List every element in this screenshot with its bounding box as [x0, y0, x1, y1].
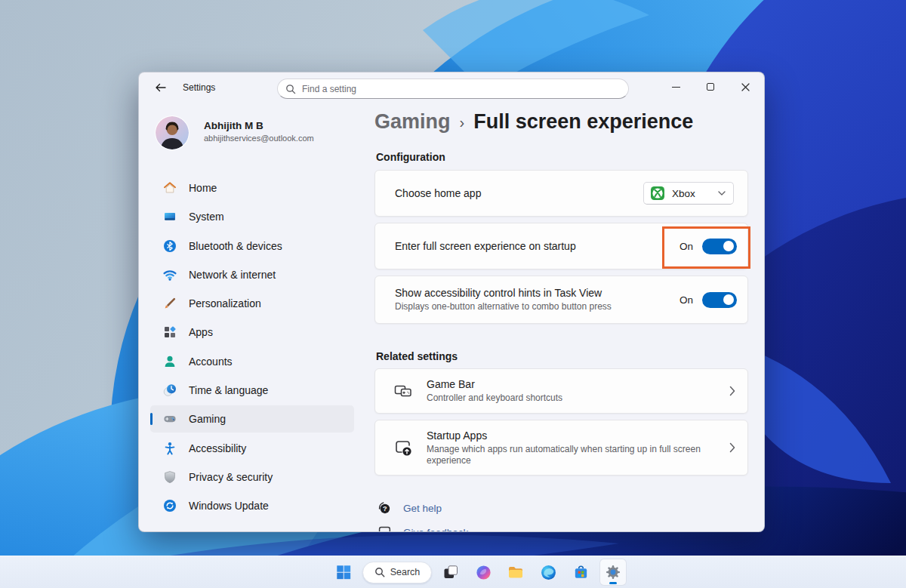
windows-update-icon	[162, 498, 177, 513]
related-item-game-bar[interactable]: Game Bar Controller and keyboard shortcu…	[374, 368, 748, 414]
section-title-configuration: Configuration	[376, 151, 445, 163]
task-view-button[interactable]	[437, 559, 464, 586]
settings-window: Settings	[138, 72, 765, 532]
user-email: abhijithservices@outlook.com	[204, 134, 314, 143]
chevron-right-icon	[729, 442, 735, 453]
xbox-icon	[650, 186, 665, 201]
privacy-icon	[162, 469, 177, 485]
sidebar-item-label: Network & internet	[189, 269, 276, 281]
apps-icon	[162, 325, 177, 340]
window-title: Settings	[183, 82, 215, 93]
related-item-startup-apps[interactable]: Startup Apps Manage which apps run autom…	[374, 420, 748, 476]
give-feedback-label: Give feedback	[403, 527, 468, 533]
sidebar-item-time-language[interactable]: Time & language	[150, 377, 354, 404]
back-button[interactable]	[149, 78, 172, 97]
windows-logo-icon	[335, 564, 352, 580]
setting-label: Choose home app	[395, 187, 481, 199]
main-content: Gaming › Full screen experience Configur…	[374, 72, 748, 532]
sidebar-item-label: Time & language	[189, 384, 268, 396]
setting-description: Displays one-button alternative to combo…	[395, 301, 612, 312]
toggle-state-label: On	[680, 241, 693, 252]
search-icon	[285, 84, 296, 94]
accessibility-hints-toggle[interactable]	[702, 292, 737, 308]
sidebar-item-bluetooth-devices[interactable]: Bluetooth & devices	[150, 232, 354, 260]
sidebar-item-label: Accessibility	[189, 442, 246, 454]
sidebar-item-home[interactable]: Home	[150, 174, 354, 202]
sidebar-item-label: Personalization	[189, 297, 261, 309]
taskbar-search-label: Search	[390, 567, 421, 577]
sidebar-item-accessibility[interactable]: Accessibility	[150, 435, 354, 462]
sidebar-item-apps[interactable]: Apps	[150, 319, 354, 346]
get-help-link[interactable]: ? Get help	[376, 500, 442, 516]
sidebar-item-label: Windows Update	[189, 500, 269, 512]
sidebar-item-label: Home	[189, 182, 217, 194]
sidebar-item-label: Bluetooth & devices	[189, 240, 282, 252]
startup-apps-icon	[393, 438, 413, 457]
toggle-knob	[723, 241, 734, 251]
task-view-icon	[442, 563, 460, 581]
time-language-icon	[162, 383, 177, 398]
gaming-icon	[162, 411, 177, 426]
taskbar: Search	[0, 556, 906, 588]
sidebar-item-gaming[interactable]: Gaming	[150, 405, 354, 433]
get-help-label: Get help	[403, 503, 442, 514]
sidebar-nav: Home System Bluetooth & devices	[150, 174, 354, 522]
breadcrumb-parent[interactable]: Gaming	[374, 110, 451, 134]
svg-text:?: ?	[383, 505, 387, 513]
related-item-description: Manage which apps run automatically when…	[427, 444, 706, 466]
sidebar-item-label: Privacy & security	[189, 471, 273, 483]
copilot-icon	[475, 564, 492, 581]
user-name: Abhijith M B	[204, 120, 263, 131]
chevron-down-icon	[718, 191, 726, 195]
page-title: Full screen experience	[473, 110, 693, 134]
section-title-related: Related settings	[376, 350, 458, 362]
edge-button[interactable]	[535, 559, 562, 586]
chevron-right-icon	[729, 386, 735, 396]
microsoft-store-icon	[572, 564, 590, 581]
arrow-left-icon	[155, 82, 167, 93]
sidebar-item-label: System	[189, 211, 224, 223]
related-item-title: Startup Apps	[427, 429, 706, 442]
file-explorer-button[interactable]	[502, 559, 529, 586]
copilot-button[interactable]	[470, 559, 497, 586]
sidebar-item-privacy-security[interactable]: Privacy & security	[150, 463, 354, 491]
home-app-value: Xbox	[672, 188, 711, 199]
home-icon	[162, 180, 177, 195]
sidebar-item-windows-update[interactable]: Windows Update	[150, 492, 354, 519]
microsoft-store-button[interactable]	[567, 559, 594, 586]
game-bar-icon	[393, 381, 413, 401]
breadcrumb: Gaming › Full screen experience	[374, 110, 693, 134]
file-explorer-icon	[507, 563, 525, 581]
home-app-dropdown[interactable]: Xbox	[643, 182, 734, 205]
start-button[interactable]	[330, 559, 357, 586]
settings-gear-icon	[604, 563, 622, 581]
system-icon	[162, 209, 177, 224]
setting-label: Show accessibility control hints in Task…	[395, 287, 612, 299]
get-help-icon: ?	[376, 500, 393, 516]
avatar[interactable]	[156, 116, 189, 149]
toggle-state-label: On	[680, 294, 693, 306]
sidebar-item-label: Accounts	[189, 356, 233, 368]
related-item-description: Controller and keyboard shortcuts	[427, 393, 562, 404]
sidebar-item-system[interactable]: System	[150, 203, 354, 230]
sidebar-item-network-internet[interactable]: Network & internet	[150, 261, 354, 288]
setting-label: Enter full screen experience on startup	[395, 240, 576, 252]
breadcrumb-separator-icon: ›	[460, 112, 465, 131]
setting-row-choose-home-app: Choose home app Xbox	[374, 170, 748, 217]
edge-icon	[540, 564, 557, 581]
fullscreen-startup-toggle[interactable]	[702, 239, 737, 254]
feedback-icon	[376, 524, 393, 532]
sidebar-item-label: Gaming	[189, 413, 226, 425]
settings-button[interactable]	[599, 559, 627, 586]
sidebar-item-label: Apps	[189, 326, 213, 338]
network-icon	[162, 267, 177, 282]
setting-row-fullscreen-startup: Enter full screen experience on startup …	[374, 223, 748, 269]
taskbar-search[interactable]: Search	[362, 562, 432, 583]
accounts-icon	[162, 354, 177, 369]
search-icon	[374, 567, 385, 577]
bluetooth-icon	[162, 239, 177, 254]
desktop: Settings	[0, 0, 906, 588]
sidebar-item-personalization[interactable]: Personalization	[150, 290, 354, 317]
give-feedback-link[interactable]: Give feedback	[376, 524, 468, 532]
sidebar-item-accounts[interactable]: Accounts	[150, 348, 354, 375]
